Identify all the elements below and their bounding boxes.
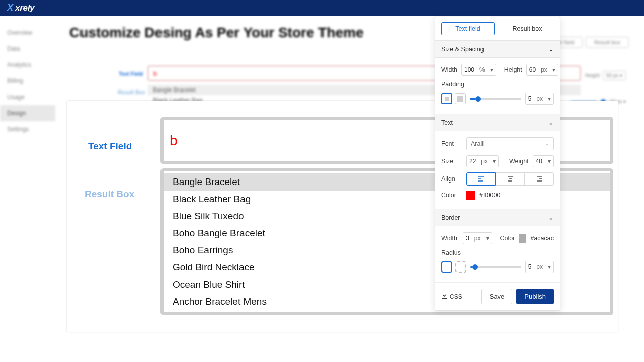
chevron-down-icon: ⌄: [548, 214, 554, 221]
bg-height-control: Height 50 px ▾: [585, 71, 626, 80]
border-width-label: Width: [441, 235, 459, 242]
radius-label: Radius: [441, 249, 554, 256]
section-border[interactable]: Border ⌄: [435, 209, 560, 226]
radius-slider[interactable]: [470, 266, 521, 268]
align-center-button[interactable]: [496, 172, 525, 186]
height-label: Height: [504, 66, 522, 73]
height-field[interactable]: 60px▾: [526, 64, 558, 76]
caret-down-icon: ▾: [545, 95, 553, 102]
section-border-label: Border: [441, 214, 460, 221]
bg-tab-resultbox: Result box: [586, 37, 629, 48]
brand-icon: X: [7, 3, 13, 13]
preview-resultbox-label: Result Box: [85, 189, 134, 200]
sidebar-item-analytics[interactable]: Analytics: [0, 57, 55, 73]
sidebar: OverviewDataAnalyticsBillingUsageDesignS…: [0, 16, 55, 137]
section-text-label: Text: [441, 119, 453, 126]
bg-resultbox-label: Result Box: [118, 89, 145, 95]
padding-mode-all[interactable]: [441, 93, 452, 104]
publish-button[interactable]: Publish: [516, 289, 554, 304]
radius-all-button[interactable]: [441, 261, 452, 273]
width-field[interactable]: 100%▾: [461, 64, 496, 76]
padding-slider[interactable]: [470, 98, 521, 100]
sidebar-item-billing[interactable]: Billing: [0, 73, 55, 89]
caret-down-icon: ▾: [545, 158, 553, 165]
bg-textfield-label: Text Field: [119, 71, 143, 77]
caret-down-icon: ▾: [488, 66, 496, 73]
size-label: Size: [441, 158, 462, 165]
padding-mode-sides[interactable]: [455, 93, 466, 104]
preview-textfield-label: Text Field: [88, 141, 132, 152]
page-title: Customize Desing As Per Your Store Theme: [69, 25, 364, 41]
brand-logo[interactable]: X xrely: [7, 3, 34, 13]
chevron-down-icon: ⌄: [548, 45, 554, 53]
padding-label: Padding: [441, 81, 554, 88]
sidebar-item-data[interactable]: Data: [0, 41, 55, 57]
save-button[interactable]: Save: [481, 289, 513, 304]
sidebar-item-usage[interactable]: Usage: [0, 89, 55, 105]
radius-field[interactable]: 5px▾: [525, 261, 554, 273]
border-color-label: Color: [500, 235, 515, 242]
border-width-field[interactable]: 3px▾: [463, 232, 492, 244]
align-label: Align: [441, 175, 462, 183]
topbar: X xrely: [0, 0, 644, 16]
align-left-button[interactable]: [466, 172, 496, 186]
padding-field[interactable]: 5px▾: [525, 93, 554, 105]
weight-field[interactable]: 40▾: [533, 155, 554, 167]
border-color-swatch[interactable]: [519, 234, 526, 243]
radius-individual-button[interactable]: [455, 261, 466, 273]
weight-label: Weight: [509, 158, 529, 165]
sidebar-item-settings[interactable]: Settings: [0, 121, 55, 137]
border-color-value: #acacac: [530, 235, 554, 242]
caret-down-icon: ▾: [550, 66, 558, 73]
brand-name: xrely: [15, 3, 34, 13]
width-label: Width: [441, 66, 457, 73]
sidebar-item-design[interactable]: Design: [0, 105, 55, 121]
caret-down-icon: ▾: [545, 263, 553, 270]
section-size-spacing[interactable]: Size & Spacing ⌄: [435, 40, 560, 58]
caret-down-icon: ▾: [484, 235, 492, 242]
settings-panel: Text field Result box Size & Spacing ⌄ W…: [435, 17, 560, 311]
section-size-label: Size & Spacing: [441, 46, 484, 53]
fontsize-field[interactable]: 22px▾: [466, 155, 499, 167]
section-text[interactable]: Text ⌄: [435, 114, 560, 131]
text-color-value: #ff0000: [479, 192, 500, 199]
chevron-down-icon: ⌄: [545, 141, 549, 146]
chevron-down-icon: ⌄: [548, 119, 554, 126]
color-label: Color: [441, 192, 462, 199]
download-icon: [441, 293, 447, 300]
tab-textfield[interactable]: Text field: [441, 22, 495, 35]
text-color-swatch[interactable]: [466, 191, 475, 200]
preview-textfield-value: b: [170, 133, 178, 149]
font-select[interactable]: Arail⌄: [466, 137, 554, 150]
tab-resultbox[interactable]: Result box: [501, 22, 554, 35]
align-right-button[interactable]: [525, 172, 554, 186]
sidebar-item-overview[interactable]: Overview: [0, 25, 55, 41]
font-label: Font: [441, 140, 462, 147]
css-export-button[interactable]: CSS: [441, 293, 462, 300]
caret-down-icon: ▾: [490, 158, 498, 165]
